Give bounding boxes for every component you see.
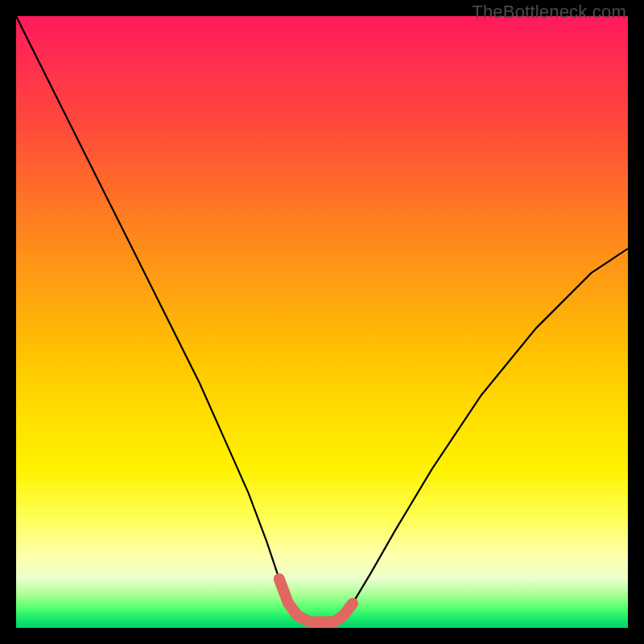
bottleneck-curve bbox=[16, 16, 628, 621]
bottom-plateau-highlight bbox=[279, 579, 353, 621]
curve-svg bbox=[16, 16, 628, 628]
chart-frame: TheBottleneck.com bbox=[0, 0, 644, 644]
attribution-text: TheBottleneck.com bbox=[472, 2, 626, 23]
plot-area bbox=[16, 16, 628, 628]
